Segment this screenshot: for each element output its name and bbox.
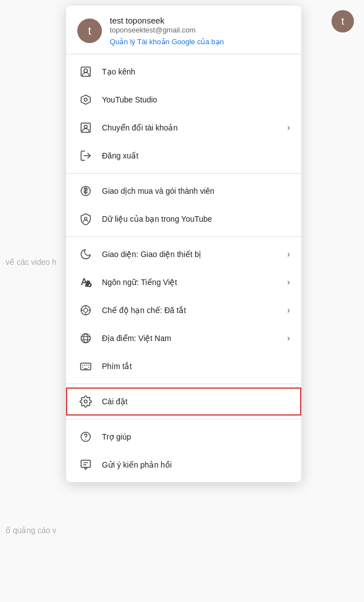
menu-item-tro-giup[interactable]: Trợ giúp	[66, 423, 301, 451]
tao-kenh-label: Tạo kênh	[102, 67, 290, 76]
svg-text:あ: あ	[85, 279, 92, 287]
menu-item-dia-diem[interactable]: Địa điểm: Việt Nam ›	[66, 324, 301, 352]
manage-account-link[interactable]: Quản lý Tài khoản Google của bạn	[110, 38, 224, 46]
menu-item-dang-xuat[interactable]: Đăng xuất	[66, 142, 301, 170]
moon-icon	[77, 246, 94, 263]
background-text-left: về các video h	[0, 258, 57, 267]
top-right-avatar[interactable]: t	[332, 10, 354, 32]
menu-item-ngon-ngu[interactable]: A あ Ngôn ngữ: Tiếng Việt ›	[66, 268, 301, 296]
chevron-right-icon: ›	[287, 123, 290, 133]
svg-point-14	[83, 334, 87, 343]
phim-tat-label: Phím tắt	[102, 362, 290, 371]
svg-point-3	[84, 98, 87, 101]
dropdown-header: t test toponseek toponseektest@gmail.com…	[66, 6, 301, 54]
dang-xuat-label: Đăng xuất	[102, 151, 290, 160]
restrict-icon	[77, 302, 94, 319]
cai-dat-label: Cài đặt	[102, 397, 290, 406]
youtube-studio-label: YouTube Studio	[102, 95, 290, 104]
dia-diem-label: Địa điểm: Việt Nam	[102, 334, 287, 343]
help-icon	[77, 428, 94, 445]
shield-icon	[77, 211, 94, 227]
logout-icon	[77, 147, 94, 164]
switch-icon	[77, 119, 94, 136]
header-info: test toponseek toponseektest@gmail.com Q…	[110, 16, 224, 46]
studio-icon	[77, 91, 94, 108]
menu-item-gui-y-kien[interactable]: Gửi ý kiến phản hồi	[66, 451, 301, 479]
header-email: toponseektest@gmail.com	[110, 26, 224, 34]
che-do-label: Chế độ hạn chế: Đã tắt	[102, 306, 287, 315]
header-avatar: t	[77, 18, 102, 43]
menu-section-1: Tạo kênh YouTube Studio Chuyển đổi tài k…	[66, 54, 301, 174]
gear-icon	[77, 393, 94, 410]
menu-item-giao-dien[interactable]: Giao diện: Giao diện thiết bị ›	[66, 240, 301, 268]
tro-giup-label: Trợ giúp	[102, 432, 290, 441]
svg-point-12	[83, 308, 87, 312]
svg-point-26	[86, 439, 86, 440]
header-name: test toponseek	[110, 16, 224, 25]
menu-section-3: Giao diện: Giao diện thiết bị › A あ Ngôn…	[66, 237, 301, 384]
svg-point-13	[81, 334, 91, 343]
chuyen-doi-label: Chuyển đổi tài khoản	[102, 123, 287, 132]
svg-point-1	[84, 69, 87, 72]
feedback-icon	[77, 456, 94, 473]
background-text-bottom: ố quảng cáo v	[0, 526, 56, 535]
menu-item-chuyen-doi[interactable]: Chuyển đổi tài khoản ›	[66, 114, 301, 142]
menu-item-giao-dich[interactable]: Giao dịch mua và gói thành viên	[66, 177, 301, 205]
menu-section-5: Trợ giúp Gửi ý kiến phản hồi	[66, 419, 301, 482]
globe-icon	[77, 330, 94, 347]
dollar-icon	[77, 183, 94, 199]
menu-item-cai-dat[interactable]: Cài đặt	[66, 388, 301, 416]
svg-rect-27	[81, 460, 91, 468]
menu-item-youtube-studio[interactable]: YouTube Studio	[66, 86, 301, 114]
keyboard-icon	[77, 358, 94, 375]
svg-marker-2	[81, 95, 91, 105]
ngon-ngu-label: Ngôn ngữ: Tiếng Việt	[102, 278, 287, 287]
menu-section-4: Cài đặt	[66, 384, 301, 419]
person-icon	[77, 63, 94, 80]
menu-item-che-do[interactable]: Chế độ hạn chế: Đã tắt ›	[66, 296, 301, 324]
chevron-right-icon: ›	[287, 249, 290, 259]
svg-point-8	[85, 217, 87, 220]
dropdown-panel: t test toponseek toponseektest@gmail.com…	[66, 6, 301, 482]
translate-icon: A あ	[77, 274, 94, 291]
du-lieu-label: Dữ liệu của bạn trong YouTube	[102, 214, 290, 223]
giao-dien-label: Giao diện: Giao diện thiết bị	[102, 250, 287, 259]
menu-section-2: Giao dịch mua và gói thành viên Dữ liệu …	[66, 174, 301, 237]
menu-item-tao-kenh[interactable]: Tạo kênh	[66, 58, 301, 86]
svg-point-5	[84, 125, 87, 128]
menu-item-phim-tat[interactable]: Phím tắt	[66, 352, 301, 380]
menu-item-du-lieu[interactable]: Dữ liệu của bạn trong YouTube	[66, 205, 301, 233]
chevron-right-icon: ›	[287, 277, 290, 287]
giao-dich-label: Giao dịch mua và gói thành viên	[102, 186, 290, 195]
chevron-right-icon: ›	[287, 333, 290, 343]
chevron-right-icon: ›	[287, 305, 290, 315]
gui-y-kien-label: Gửi ý kiến phản hồi	[102, 460, 290, 469]
